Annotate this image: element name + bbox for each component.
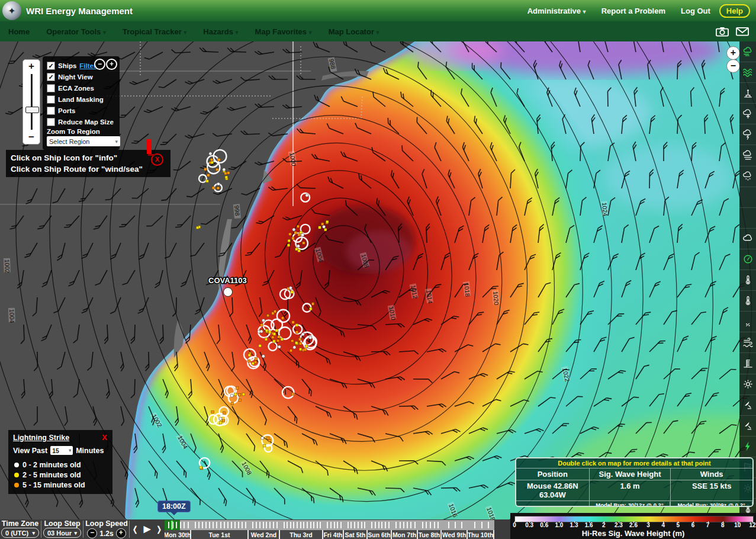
timeline-tick <box>234 522 236 528</box>
checkbox-ships[interactable]: ✓ <box>47 62 55 70</box>
timeline-tick <box>231 522 232 528</box>
menu-hazards[interactable]: Hazards ▾ <box>203 27 238 36</box>
panel-expand-button[interactable]: + <box>106 59 117 70</box>
day-label[interactable]: Thu 10th <box>468 530 494 539</box>
day-label[interactable]: Fri 4th <box>323 530 344 539</box>
legend-tick-label: 2 <box>602 522 606 528</box>
checkbox-eca-zones[interactable] <box>47 84 55 92</box>
time-zone-select[interactable]: 0 (UTC) ▾ <box>1 528 39 538</box>
day-label[interactable]: Sat 5th <box>344 530 368 539</box>
lightning-close-button[interactable]: X <box>102 433 107 442</box>
timeline-tick <box>474 522 475 528</box>
step-back-button[interactable]: ❬ <box>132 525 139 534</box>
mouse-position-value: Mouse 42.86N 63.04W <box>516 480 590 501</box>
zoom-in-button[interactable]: + <box>28 60 34 73</box>
sea-waves-icon[interactable] <box>739 62 756 83</box>
timeline-tick <box>168 522 169 528</box>
camera-icon[interactable] <box>716 27 729 36</box>
cloud-lightning-icon[interactable] <box>739 124 756 145</box>
red-marker-icon <box>147 139 152 154</box>
wave-height-legend: 00.30.61.01.31.622.32.63456781012 Hi-Res… <box>510 513 756 539</box>
map-zoom-in-button[interactable]: + <box>726 46 740 60</box>
timeline-tick <box>361 522 362 528</box>
menu-tropical-tracker[interactable]: Tropical Tracker ▾ <box>123 27 186 36</box>
minutes-value: 15 <box>52 447 59 454</box>
air-temperature-icon[interactable] <box>739 270 756 291</box>
timeline-tick <box>180 522 181 528</box>
loop-speed-value: 1.2s <box>99 530 113 538</box>
timeline-tick <box>227 522 229 528</box>
menu-operator-tools[interactable]: Operator Tools ▾ <box>46 27 106 36</box>
menu-map-favorites[interactable]: Map Favorites ▾ <box>255 27 312 36</box>
day-label[interactable]: Thu 3rd <box>280 530 323 539</box>
legend-tick-label: 6 <box>691 522 695 528</box>
day-label[interactable]: Tue 1st <box>191 530 249 539</box>
status-gauge-icon[interactable] <box>739 249 756 270</box>
humidity-icon[interactable] <box>739 312 756 332</box>
loop-step-value: 03 Hour <box>47 530 72 537</box>
checkbox-night-view[interactable]: ✓ <box>47 73 55 81</box>
day-label[interactable]: Mon 30th <box>165 530 191 539</box>
timeline-tick <box>395 522 397 528</box>
ship-help-line2: Click on Ship Route for "wind/sea" <box>11 163 166 175</box>
checkbox-land-masking[interactable] <box>47 95 55 104</box>
sea-temperature-icon[interactable] <box>739 291 756 312</box>
freezing-drop-icon[interactable] <box>739 208 756 229</box>
radar-dish-icon[interactable] <box>739 416 756 437</box>
timeline-tick <box>202 522 203 528</box>
wave-height-value: 1.6 m <box>590 480 671 501</box>
help-button[interactable]: Help <box>719 4 750 18</box>
minutes-select[interactable]: 15 ▾ <box>50 446 73 455</box>
wind-cloud-icon[interactable] <box>739 41 756 62</box>
day-label[interactable]: Sun 6th <box>368 530 392 539</box>
day-label[interactable]: Wed 9th <box>442 530 468 539</box>
svg-text:1020: 1020 <box>492 291 500 305</box>
day-label[interactable]: Tue 8th <box>418 530 442 539</box>
timeline-tick <box>300 522 301 528</box>
day-label[interactable]: Wed 2nd <box>249 530 280 539</box>
cloud-precip-icon[interactable] <box>739 166 756 187</box>
satellite-icon[interactable] <box>739 395 756 416</box>
day-label[interactable]: Mon 7th <box>392 530 418 539</box>
play-button[interactable]: ▶ <box>144 524 151 534</box>
col-winds: Winds <box>671 469 752 480</box>
region-select[interactable]: Select Region ▾ <box>47 136 120 146</box>
layers-panel: − + ✓ShipsFilter✓Night ViewECA ZonesLand… <box>43 56 120 150</box>
sea-level-pier-icon[interactable] <box>739 353 756 374</box>
timeline-slider[interactable] <box>165 520 494 530</box>
rain-drop-icon[interactable] <box>739 187 756 208</box>
zoom-handle[interactable] <box>25 107 39 113</box>
speed-slower-button[interactable]: − <box>87 528 97 538</box>
link-administrative[interactable]: Administrative ▾ <box>527 7 586 15</box>
map-zoom-out-button[interactable]: − <box>726 59 740 73</box>
panel-collapse-button[interactable]: − <box>94 59 105 70</box>
lightning-bolt-icon[interactable] <box>739 437 756 457</box>
legend-tick-label: 5 <box>677 522 680 528</box>
envelope-icon[interactable] <box>736 27 749 36</box>
legend-tick-label: 12 <box>749 522 755 528</box>
legend-tick-label: 3 <box>646 522 650 528</box>
wind-sea-state-icon[interactable] <box>739 332 756 353</box>
cloud-cover-icon[interactable] <box>739 229 756 249</box>
link-report-a-problem[interactable]: Report a Problem <box>601 7 665 15</box>
zoom-track[interactable] <box>31 74 33 130</box>
tide-station-icon[interactable] <box>739 83 756 104</box>
checkbox-ports[interactable] <box>47 107 55 115</box>
timeline-tick <box>266 522 267 528</box>
speed-faster-button[interactable]: + <box>116 528 126 538</box>
visibility-sun-icon[interactable] <box>739 374 756 395</box>
cloud-updraft-icon[interactable] <box>739 104 756 124</box>
timeline-tick <box>293 522 294 528</box>
layer-row-land-masking: Land Masking <box>47 94 116 105</box>
layer-label: Ships <box>58 62 76 69</box>
menu-home[interactable]: Home <box>8 27 30 36</box>
step-forward-button[interactable]: ❭ <box>156 525 162 534</box>
link-log-out[interactable]: Log Out <box>681 7 710 15</box>
timeline-tick <box>242 522 243 528</box>
checkbox-reduce-map-size[interactable] <box>47 118 55 126</box>
fog-icon[interactable] <box>739 145 756 166</box>
timeline-tick <box>205 522 207 528</box>
zoom-out-button[interactable]: − <box>28 131 34 144</box>
menu-map-locator[interactable]: Map Locator ▾ <box>329 27 379 36</box>
loop-step-select[interactable]: 03 Hour ▾ <box>43 528 81 538</box>
